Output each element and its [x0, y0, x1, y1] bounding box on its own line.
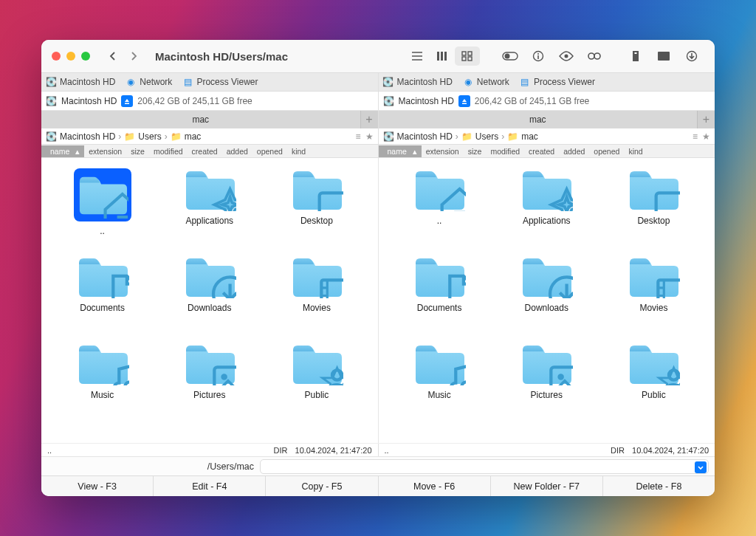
folder-item[interactable]: Music — [386, 343, 493, 430]
globe-icon: ◉ — [463, 77, 473, 87]
folder-item[interactable]: .. — [386, 168, 493, 255]
status-left: .. DIR10.04.2024, 21:47:20 — [41, 444, 378, 456]
add-tab-button[interactable]: + — [697, 111, 715, 128]
crumb-mac[interactable]: mac — [185, 131, 202, 142]
crumb-mac[interactable]: mac — [521, 131, 538, 142]
zoom-button[interactable] — [81, 52, 90, 61]
terminal-button[interactable] — [651, 47, 676, 66]
eject-button[interactable] — [458, 95, 470, 107]
fn-newfolder[interactable]: New Folder - F7 — [491, 476, 603, 496]
list-toggle-icon[interactable]: ≡ — [693, 131, 698, 142]
folder-item[interactable]: Applications — [493, 168, 600, 255]
folder-item[interactable]: Movies — [600, 255, 707, 343]
minimize-button[interactable] — [66, 52, 75, 61]
folder-label: Pictures — [531, 390, 563, 400]
col-size[interactable]: size — [464, 147, 487, 156]
eject-button[interactable] — [121, 95, 133, 107]
toggle-button[interactable] — [498, 47, 523, 66]
folder-item[interactable]: Pictures — [493, 343, 600, 430]
folder-item[interactable]: Applications — [156, 168, 263, 255]
tab-mac[interactable]: mac — [41, 111, 360, 128]
favorite-process-viewer[interactable]: ▤Process Viewer — [182, 77, 258, 87]
list-toggle-icon[interactable]: ≡ — [355, 131, 360, 142]
path-dropdown-button[interactable] — [695, 461, 707, 473]
tab-mac[interactable]: mac — [379, 111, 698, 128]
folder-item[interactable]: Downloads — [493, 255, 600, 343]
folder-item[interactable]: Documents — [49, 255, 156, 343]
column-header-row: name ▴ extension size modified created a… — [41, 145, 715, 158]
svg-point-20 — [565, 55, 568, 58]
col-created[interactable]: created — [188, 147, 222, 156]
favorite-disk[interactable]: 💽Macintosh HD — [383, 77, 453, 87]
folder-label: Desktop — [637, 216, 670, 226]
favorite-network[interactable]: ◉Network — [126, 77, 172, 87]
home-folder-icon — [74, 168, 131, 221]
folder-item[interactable]: Music — [49, 343, 156, 430]
nav-forward-button[interactable] — [124, 47, 143, 65]
fn-move[interactable]: Move - F6 — [379, 476, 491, 496]
col-kind[interactable]: kind — [624, 147, 647, 156]
crumb-users[interactable]: Users — [138, 131, 161, 142]
crumb-users[interactable]: Users — [475, 131, 498, 142]
info-button[interactable] — [526, 47, 551, 66]
folder-item[interactable]: Public — [263, 343, 370, 430]
music-folder-icon — [413, 343, 466, 385]
folder-item[interactable]: Movies — [263, 255, 370, 343]
col-added[interactable]: added — [559, 147, 589, 156]
fn-view[interactable]: View - F3 — [41, 476, 154, 496]
col-modified[interactable]: modified — [149, 147, 188, 156]
col-opened[interactable]: opened — [252, 147, 287, 156]
col-extension[interactable]: extension — [422, 147, 464, 156]
view-cols-button[interactable] — [430, 47, 455, 66]
add-tab-button[interactable]: + — [360, 111, 378, 128]
col-name[interactable]: name ▴ — [379, 145, 422, 157]
fn-edit[interactable]: Edit - F4 — [154, 476, 266, 496]
col-created[interactable]: created — [524, 147, 559, 156]
folder-item[interactable]: Pictures — [156, 343, 263, 430]
favorite-network[interactable]: ◉Network — [463, 77, 509, 87]
folder-item[interactable]: Downloads — [156, 255, 263, 343]
col-name[interactable]: name ▴ — [41, 145, 84, 157]
view-mode-group — [403, 45, 481, 67]
close-button[interactable] — [52, 52, 61, 61]
folder-label: Public — [642, 390, 666, 400]
folder-item[interactable]: .. — [49, 168, 156, 255]
folder-item[interactable]: Desktop — [263, 168, 370, 255]
favorite-process-viewer[interactable]: ▤Process Viewer — [520, 77, 595, 87]
star-icon[interactable]: ★ — [365, 131, 374, 142]
status-date: 10.04.2024, 21:47:20 — [632, 446, 709, 455]
path-input[interactable] — [260, 459, 709, 474]
disk-icon: 💽 — [383, 96, 394, 106]
chevron-right-icon: › — [118, 131, 121, 142]
disk-icon: 💽 — [383, 77, 394, 87]
folder-icon: 📁 — [461, 131, 472, 142]
favorite-disk[interactable]: 💽Macintosh HD — [46, 77, 115, 87]
music-folder-icon — [76, 343, 129, 385]
archive-button[interactable] — [623, 47, 648, 66]
col-extension[interactable]: extension — [84, 147, 126, 156]
crumb-root[interactable]: Macintosh HD — [60, 131, 115, 142]
view-icons-button[interactable] — [455, 47, 480, 66]
crumb-root[interactable]: Macintosh HD — [397, 131, 453, 142]
path-label: /Users/mac — [47, 461, 254, 472]
col-size[interactable]: size — [126, 147, 149, 156]
folder-item[interactable]: Public — [600, 343, 707, 430]
search-button[interactable] — [582, 47, 607, 66]
col-added[interactable]: added — [222, 147, 252, 156]
disk-bar: 💽 Macintosh HD 206,42 GB of 245,11 GB fr… — [41, 92, 715, 111]
desk-folder-icon — [290, 168, 343, 211]
download-button[interactable] — [679, 47, 704, 66]
nav-back-button[interactable] — [103, 47, 123, 65]
col-kind[interactable]: kind — [287, 147, 310, 156]
preview-button[interactable] — [554, 47, 579, 66]
fn-copy[interactable]: Copy - F5 — [266, 476, 378, 496]
folder-item[interactable]: Desktop — [600, 168, 707, 255]
col-modified[interactable]: modified — [486, 147, 524, 156]
star-icon[interactable]: ★ — [702, 131, 710, 142]
fn-delete[interactable]: Delete - F8 — [603, 476, 715, 496]
disk-name: Macintosh HD — [399, 96, 454, 106]
view-list-button[interactable] — [405, 47, 430, 66]
col-opened[interactable]: opened — [589, 147, 624, 156]
folder-item[interactable]: Documents — [386, 255, 493, 343]
apps-folder-icon — [183, 168, 236, 211]
